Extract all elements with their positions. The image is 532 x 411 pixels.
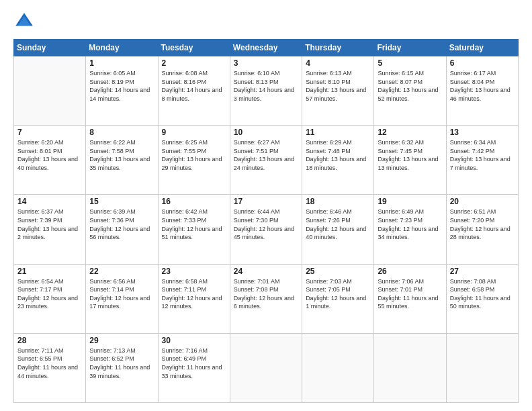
weekday-header-sunday: Sunday [14,40,86,56]
calendar-cell: 6Sunrise: 6:17 AMSunset: 8:04 PMDaylight… [446,56,518,126]
day-number: 4 [306,58,370,68]
day-info: Sunrise: 6:22 AMSunset: 7:58 PMDaylight:… [89,138,154,172]
day-info: Sunrise: 6:32 AMSunset: 7:45 PMDaylight:… [378,138,442,172]
day-number: 26 [378,267,442,276]
day-info: Sunrise: 7:03 AMSunset: 7:05 PMDaylight:… [306,277,370,311]
day-info: Sunrise: 6:54 AMSunset: 7:17 PMDaylight:… [17,277,82,311]
day-number: 7 [17,128,82,137]
calendar-week-2: 7Sunrise: 6:20 AMSunset: 8:01 PMDaylight… [14,126,519,195]
calendar-cell: 25Sunrise: 7:03 AMSunset: 7:05 PMDayligh… [302,264,374,333]
day-number: 22 [89,267,154,276]
weekday-header-tuesday: Tuesday [158,40,230,56]
day-number: 5 [378,58,442,68]
day-info: Sunrise: 6:13 AMSunset: 8:10 PMDaylight:… [306,69,370,103]
calendar-week-5: 28Sunrise: 7:11 AMSunset: 6:55 PMDayligh… [14,333,519,402]
day-number: 12 [378,128,442,137]
calendar-cell: 9Sunrise: 6:25 AMSunset: 7:55 PMDaylight… [158,126,230,195]
day-info: Sunrise: 7:06 AMSunset: 7:01 PMDaylight:… [378,277,442,311]
calendar-week-3: 14Sunrise: 6:37 AMSunset: 7:39 PMDayligh… [14,195,519,264]
weekday-header-saturday: Saturday [446,40,518,56]
day-number: 6 [450,58,515,68]
logo [13,11,38,32]
weekday-header-thursday: Thursday [302,40,374,56]
calendar-week-1: 1Sunrise: 6:05 AMSunset: 8:19 PMDaylight… [14,56,519,126]
calendar-cell [14,56,86,126]
calendar-cell [302,333,374,402]
calendar-cell: 14Sunrise: 6:37 AMSunset: 7:39 PMDayligh… [14,195,86,264]
calendar-cell: 3Sunrise: 6:10 AMSunset: 8:13 PMDaylight… [230,56,302,126]
calendar-cell: 5Sunrise: 6:15 AMSunset: 8:07 PMDaylight… [374,56,446,126]
day-info: Sunrise: 6:46 AMSunset: 7:26 PMDaylight:… [306,208,370,241]
day-number: 30 [162,336,226,345]
day-info: Sunrise: 6:34 AMSunset: 7:42 PMDaylight:… [450,138,515,172]
day-info: Sunrise: 7:13 AMSunset: 6:52 PMDaylight:… [89,347,154,380]
day-number: 3 [234,58,298,68]
day-number: 10 [234,128,298,137]
day-info: Sunrise: 6:25 AMSunset: 7:55 PMDaylight:… [162,138,226,172]
day-number: 19 [378,197,442,206]
day-info: Sunrise: 6:20 AMSunset: 8:01 PMDaylight:… [17,138,82,172]
calendar-cell: 19Sunrise: 6:49 AMSunset: 7:23 PMDayligh… [374,195,446,264]
day-number: 27 [450,267,515,276]
calendar-cell: 11Sunrise: 6:29 AMSunset: 7:48 PMDayligh… [302,126,374,195]
day-number: 13 [450,128,515,137]
day-number: 24 [234,267,298,276]
day-info: Sunrise: 6:27 AMSunset: 7:51 PMDaylight:… [234,138,298,172]
day-info: Sunrise: 6:42 AMSunset: 7:33 PMDaylight:… [162,208,226,241]
calendar-cell: 2Sunrise: 6:08 AMSunset: 8:16 PMDaylight… [158,56,230,126]
day-number: 18 [306,197,370,206]
calendar-cell: 4Sunrise: 6:13 AMSunset: 8:10 PMDaylight… [302,56,374,126]
calendar-cell: 28Sunrise: 7:11 AMSunset: 6:55 PMDayligh… [14,333,86,402]
day-number: 23 [162,267,226,276]
calendar-cell: 17Sunrise: 6:44 AMSunset: 7:30 PMDayligh… [230,195,302,264]
calendar-cell: 30Sunrise: 7:16 AMSunset: 6:49 PMDayligh… [158,333,230,402]
day-info: Sunrise: 6:49 AMSunset: 7:23 PMDaylight:… [378,208,442,241]
calendar-cell [374,333,446,402]
calendar-cell: 29Sunrise: 7:13 AMSunset: 6:52 PMDayligh… [86,333,158,402]
calendar-cell: 18Sunrise: 6:46 AMSunset: 7:26 PMDayligh… [302,195,374,264]
calendar-cell: 7Sunrise: 6:20 AMSunset: 8:01 PMDaylight… [14,126,86,195]
calendar-cell: 16Sunrise: 6:42 AMSunset: 7:33 PMDayligh… [158,195,230,264]
calendar-cell: 26Sunrise: 7:06 AMSunset: 7:01 PMDayligh… [374,264,446,333]
calendar-cell [230,333,302,402]
calendar-cell: 23Sunrise: 6:58 AMSunset: 7:11 PMDayligh… [158,264,230,333]
calendar-cell: 21Sunrise: 6:54 AMSunset: 7:17 PMDayligh… [14,264,86,333]
day-number: 8 [89,128,154,137]
day-info: Sunrise: 6:10 AMSunset: 8:13 PMDaylight:… [234,69,298,103]
weekday-header-monday: Monday [86,40,158,56]
day-info: Sunrise: 7:01 AMSunset: 7:08 PMDaylight:… [234,277,298,311]
calendar-cell: 12Sunrise: 6:32 AMSunset: 7:45 PMDayligh… [374,126,446,195]
day-info: Sunrise: 7:08 AMSunset: 6:58 PMDaylight:… [450,277,515,311]
weekday-row: SundayMondayTuesdayWednesdayThursdayFrid… [14,40,519,56]
calendar-cell [446,333,518,402]
calendar-week-4: 21Sunrise: 6:54 AMSunset: 7:17 PMDayligh… [14,264,519,333]
calendar-cell: 1Sunrise: 6:05 AMSunset: 8:19 PMDaylight… [86,56,158,126]
calendar-cell: 22Sunrise: 6:56 AMSunset: 7:14 PMDayligh… [86,264,158,333]
day-info: Sunrise: 6:37 AMSunset: 7:39 PMDaylight:… [17,208,82,241]
weekday-header-friday: Friday [374,40,446,56]
day-number: 2 [162,58,226,68]
day-info: Sunrise: 6:05 AMSunset: 8:19 PMDaylight:… [89,69,154,103]
day-info: Sunrise: 6:56 AMSunset: 7:14 PMDaylight:… [89,277,154,311]
day-number: 20 [450,197,515,206]
day-info: Sunrise: 6:15 AMSunset: 8:07 PMDaylight:… [378,69,442,103]
calendar-body: 1Sunrise: 6:05 AMSunset: 8:19 PMDaylight… [14,56,519,403]
calendar-cell: 27Sunrise: 7:08 AMSunset: 6:58 PMDayligh… [446,264,518,333]
day-info: Sunrise: 7:11 AMSunset: 6:55 PMDaylight:… [17,347,82,380]
calendar-cell: 20Sunrise: 6:51 AMSunset: 7:20 PMDayligh… [446,195,518,264]
calendar-cell: 13Sunrise: 6:34 AMSunset: 7:42 PMDayligh… [446,126,518,195]
logo-icon [13,11,35,32]
day-info: Sunrise: 6:17 AMSunset: 8:04 PMDaylight:… [450,69,515,103]
day-info: Sunrise: 6:08 AMSunset: 8:16 PMDaylight:… [162,69,226,103]
day-number: 21 [17,267,82,276]
day-number: 16 [162,197,226,206]
day-number: 1 [89,58,154,68]
calendar-cell: 15Sunrise: 6:39 AMSunset: 7:36 PMDayligh… [86,195,158,264]
page: SundayMondayTuesdayWednesdayThursdayFrid… [0,0,532,411]
day-number: 25 [306,267,370,276]
day-number: 28 [17,336,82,345]
weekday-header-wednesday: Wednesday [230,40,302,56]
day-info: Sunrise: 6:29 AMSunset: 7:48 PMDaylight:… [306,138,370,172]
day-info: Sunrise: 6:51 AMSunset: 7:20 PMDaylight:… [450,208,515,241]
calendar-table: SundayMondayTuesdayWednesdayThursdayFrid… [13,39,519,403]
